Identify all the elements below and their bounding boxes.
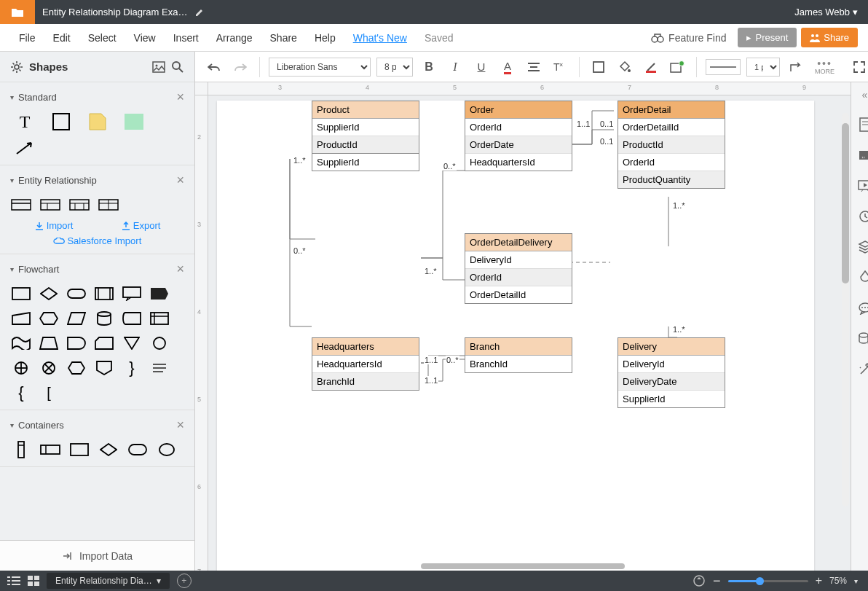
shape-arrow[interactable]	[10, 138, 39, 157]
magic-icon[interactable]	[859, 361, 869, 378]
list-view-icon[interactable]	[7, 576, 20, 586]
export-link[interactable]: Export	[121, 220, 161, 231]
fc-list[interactable]	[149, 359, 170, 377]
caret-down-icon[interactable]: ▾	[10, 421, 14, 429]
caret-down-icon[interactable]: ▾	[854, 577, 858, 585]
vertical-scrollbar[interactable]	[842, 113, 849, 506]
shape-note[interactable]	[83, 112, 112, 131]
fontsize-select[interactable]: 8 pt	[376, 58, 413, 77]
shape-er1[interactable]	[10, 195, 32, 214]
fc-callout[interactable]	[121, 284, 143, 303]
page-tab[interactable]: Entity Relationship Dia… ▾	[47, 573, 170, 589]
line-style-select[interactable]	[706, 59, 741, 75]
cont-2[interactable]	[39, 440, 61, 459]
menu-arrange[interactable]: Arrange	[208, 32, 261, 44]
shape-block[interactable]	[119, 112, 149, 131]
cont-3[interactable]	[68, 440, 90, 459]
entity-orderdetaildelivery[interactable]: OrderDetailDelivery DeliveryId OrderId O…	[465, 233, 572, 304]
caret-down-icon[interactable]: ▾	[10, 93, 14, 101]
shape-er2[interactable]	[39, 195, 61, 214]
fc-card[interactable]	[93, 334, 115, 353]
close-icon[interactable]: ×	[176, 262, 184, 277]
close-icon[interactable]: ×	[176, 173, 184, 188]
line-type-button[interactable]	[786, 57, 806, 77]
fc-rect[interactable]	[10, 284, 32, 303]
entity-branch[interactable]: Branch BranchId	[465, 337, 572, 373]
align-button[interactable]	[524, 57, 544, 77]
fc-or[interactable]	[10, 359, 32, 377]
themes-icon[interactable]	[859, 269, 869, 286]
bold-button[interactable]: B	[419, 57, 439, 77]
italic-button[interactable]: I	[445, 57, 465, 77]
section-flowchart[interactable]: Flowchart	[18, 264, 176, 275]
presentation-icon[interactable]	[858, 177, 869, 195]
fc-delay[interactable]	[66, 334, 87, 353]
section-containers[interactable]: Containers	[18, 420, 176, 431]
fc-internal[interactable]	[149, 309, 170, 328]
fill-button[interactable]	[615, 57, 635, 77]
underline-button[interactable]: U	[471, 57, 492, 77]
close-icon[interactable]: ×	[176, 418, 184, 433]
menu-view[interactable]: View	[125, 32, 165, 44]
menu-share[interactable]: Share	[261, 32, 306, 44]
fc-display[interactable]	[149, 284, 170, 303]
grid-view-icon[interactable]	[28, 576, 39, 586]
cont-5[interactable]	[127, 440, 149, 459]
fullscreen-button[interactable]	[849, 57, 868, 77]
menu-edit[interactable]: Edit	[44, 32, 79, 44]
section-er[interactable]: Entity Relationship	[18, 175, 176, 186]
menu-help[interactable]: Help	[306, 32, 344, 44]
shape-options-button[interactable]	[667, 57, 687, 77]
folder-icon[interactable]	[0, 0, 35, 24]
pencil-icon[interactable]	[194, 7, 205, 17]
document-title[interactable]: Entity Relationship Diagram Exa…	[42, 7, 187, 17]
horizontal-scrollbar[interactable]	[421, 563, 625, 569]
cont-6[interactable]	[156, 440, 178, 459]
fc-storage[interactable]	[121, 309, 143, 328]
line-width-select[interactable]: 1 px	[746, 58, 780, 77]
fc-loop[interactable]	[66, 359, 87, 377]
chat-icon[interactable]	[858, 300, 869, 317]
shape-button[interactable]	[588, 57, 609, 77]
fc-terminator[interactable]	[66, 284, 87, 303]
auto-zoom-icon[interactable]	[693, 574, 706, 587]
entity-order[interactable]: Order OrderId OrderDate HeadquartersId	[465, 101, 572, 171]
menu-file[interactable]: File	[10, 32, 44, 44]
menu-select[interactable]: Select	[79, 32, 125, 44]
history-icon[interactable]	[859, 208, 869, 225]
data-icon[interactable]	[858, 330, 869, 348]
fc-tape[interactable]	[10, 334, 32, 353]
clear-format-button[interactable]: T×	[550, 57, 570, 77]
cont-4[interactable]	[98, 440, 119, 459]
page-settings-icon[interactable]	[859, 116, 869, 133]
menu-insert[interactable]: Insert	[165, 32, 208, 44]
add-page-button[interactable]: +	[177, 574, 192, 588]
zoom-out-button[interactable]: −	[713, 574, 721, 589]
fc-merge[interactable]	[121, 334, 143, 353]
feature-find[interactable]: Feature Find	[644, 32, 733, 44]
fc-db[interactable]	[93, 309, 115, 328]
canvas[interactable]: 3456789 234567	[195, 82, 868, 571]
entity-delivery[interactable]: Delivery DeliveryId DeliveryDate Supplie…	[618, 337, 725, 408]
fc-hex[interactable]	[38, 309, 60, 328]
caret-down-icon[interactable]: ▾	[10, 176, 14, 184]
close-icon[interactable]: ×	[176, 90, 184, 105]
comments-icon[interactable]: ,,	[859, 146, 869, 164]
cont-1[interactable]	[10, 440, 32, 459]
zoom-slider[interactable]	[728, 580, 808, 582]
fc-diamond[interactable]	[38, 284, 60, 303]
collapse-icon[interactable]: «	[862, 87, 868, 103]
fc-manual[interactable]	[10, 309, 32, 328]
zoom-in-button[interactable]: +	[816, 574, 822, 587]
section-standard[interactable]: Standard	[18, 92, 176, 103]
redo-button[interactable]	[230, 57, 250, 77]
border-color-button[interactable]	[641, 57, 661, 77]
fc-brace-r[interactable]: }	[121, 359, 143, 377]
diagram-page[interactable]: Supplier DeliveryId DeliveryDate Supplie…	[217, 101, 814, 571]
entity-product[interactable]: Product SupplierId ProductId	[312, 101, 419, 154]
fc-bracket[interactable]: [	[38, 383, 60, 402]
font-select[interactable]: Liberation Sans	[269, 58, 371, 77]
fc-data[interactable]	[66, 309, 87, 328]
zoom-level[interactable]: 75%	[829, 576, 847, 586]
caret-down-icon[interactable]: ▾	[10, 265, 14, 273]
